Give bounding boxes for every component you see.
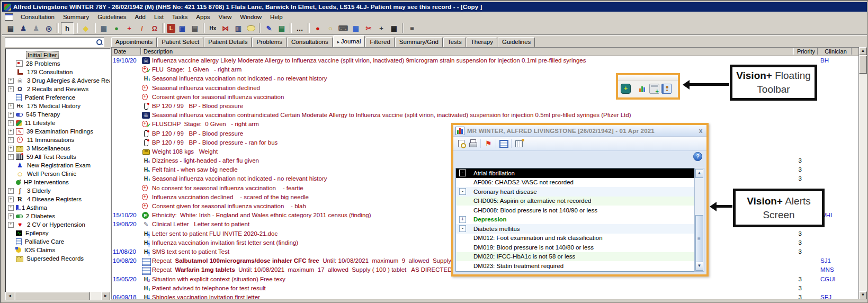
tab[interactable]: Patient Details: [204, 37, 252, 47]
sidebar-item[interactable]: New Registration Exam: [5, 161, 110, 170]
sidebar-item[interactable]: IOS Claims: [5, 246, 110, 254]
alerts-scrollbar[interactable]: ▲ ▼: [694, 168, 704, 272]
sidebar-item[interactable]: 179 Consultation: [5, 68, 110, 76]
drug-labels-icon[interactable]: L: [167, 24, 175, 33]
menu-item[interactable]: Tasks: [168, 13, 192, 21]
title-bar[interactable]: Alfred Livingstone WINTER 78Y - 26/02/19…: [2, 2, 867, 12]
copy-consultation-icon[interactable]: ▣: [176, 23, 188, 34]
expand-toggle-icon[interactable]: -: [459, 170, 466, 176]
alert-row[interactable]: DM012: Foot examination and risk classif…: [456, 234, 694, 243]
scroll-up-icon[interactable]: ▲: [859, 47, 867, 55]
sidebar-item[interactable]: + 545 Therapy: [5, 110, 110, 119]
more-icon[interactable]: …: [294, 23, 306, 34]
menu-item[interactable]: Summary: [59, 13, 93, 21]
search-icon[interactable]: [96, 39, 103, 46]
alert-row[interactable]: DM023: Statin treatment required: [456, 261, 694, 271]
scroll-thumb[interactable]: [859, 56, 867, 74]
health-promotion-icon[interactable]: ●: [111, 23, 122, 34]
menu-item[interactable]: View: [214, 13, 236, 21]
expand-toggle-icon[interactable]: +: [8, 120, 14, 126]
scroll-down-icon[interactable]: ▼: [695, 262, 703, 271]
calc-icon[interactable]: [649, 84, 659, 94]
journal-vertical-scrollbar[interactable]: ▲ ▼: [859, 47, 867, 299]
sidebar-item[interactable]: + 39 Examination Findings: [5, 127, 110, 136]
sidebar-item[interactable]: Initial Filter: [5, 51, 110, 59]
medical-history-icon[interactable]: Hx: [207, 23, 219, 34]
journal-row[interactable]: Patient advised to telephone for test re…: [112, 284, 858, 293]
open-consultation-icon[interactable]: h: [61, 22, 74, 34]
expand-toggle-icon[interactable]: +: [8, 78, 14, 84]
print-copies-icon[interactable]: ▤: [189, 23, 201, 34]
immunisation-wizard-icon[interactable]: +: [375, 23, 387, 34]
menu-item[interactable]: List: [150, 13, 168, 21]
expand-toggle-icon[interactable]: +: [8, 213, 14, 219]
alert-row[interactable]: CHD008: Blood pressure is not 140/90 or …: [456, 206, 694, 215]
sidebar-item[interactable]: Epilepsy: [5, 229, 110, 237]
child-window-icon[interactable]: [5, 13, 13, 21]
close-icon[interactable]: x: [696, 127, 705, 135]
expand-toggle-icon[interactable]: +: [8, 188, 14, 194]
tab[interactable]: Summary/Grid: [395, 37, 443, 47]
journal-row[interactable]: 19/10/20 Influenza vaccine allergy Likel…: [112, 56, 858, 65]
expand-toggle-icon[interactable]: +: [459, 216, 466, 223]
menu-item[interactable]: Consultation: [16, 13, 59, 21]
correspondence-pen-icon[interactable]: ✎: [263, 23, 275, 34]
tab[interactable]: Problems: [252, 37, 287, 47]
sidebar-item[interactable]: + 3 Miscellaneous: [5, 144, 110, 153]
scroll-thumb[interactable]: [695, 215, 703, 266]
alert-row[interactable]: + Depression: [456, 215, 694, 225]
referrals-icon[interactable]: ⋈: [220, 23, 231, 34]
help-icon[interactable]: ?: [693, 152, 702, 161]
column-clinician[interactable]: Clinician: [821, 48, 850, 55]
menu-item[interactable]: Add: [130, 13, 149, 21]
expand-toggle-icon[interactable]: -: [459, 188, 466, 195]
settings-icon[interactable]: [513, 138, 525, 149]
expand-toggle-icon[interactable]: +: [8, 112, 14, 118]
comment-balloon-icon[interactable]: ○: [325, 23, 336, 34]
comments-icon[interactable]: [245, 23, 257, 34]
sidebar-horizontal-scrollbar[interactable]: ◄ ►: [5, 292, 110, 300]
scroll-thumb[interactable]: [15, 292, 90, 300]
scroll-up-icon[interactable]: ▲: [695, 169, 703, 178]
sidebar-item[interactable]: + 2 Diabetes: [5, 212, 110, 220]
alert-row[interactable]: DM019: Blood pressure is not 140/80 or l…: [456, 243, 694, 252]
preview-icon[interactable]: [455, 138, 467, 149]
search-input[interactable]: [5, 38, 96, 46]
alert-row[interactable]: - Heart failure: [456, 271, 694, 272]
sidebar-item[interactable]: + 2 Recalls and Reviews: [5, 85, 110, 93]
sidebar-item[interactable]: + 175 Medical History: [5, 102, 110, 110]
sidebar-item[interactable]: + 1 Asthma: [5, 203, 110, 212]
scroll-right-icon[interactable]: ►: [101, 292, 110, 300]
tab[interactable]: Tests: [443, 37, 466, 47]
sidebar-item[interactable]: + 11 Immunisations: [5, 136, 110, 144]
reminders-icon[interactable]: ◆: [80, 23, 92, 34]
expand-toggle-icon[interactable]: +: [8, 137, 14, 143]
column-description[interactable]: Description: [144, 48, 173, 55]
print-labels-icon[interactable]: ▦: [388, 23, 400, 34]
tab[interactable]: Therapy: [467, 37, 497, 47]
daybook-icon[interactable]: ▤: [5, 23, 16, 34]
floating-toolbar-grab-strip[interactable]: [618, 75, 678, 81]
expand-toggle-icon[interactable]: +: [8, 103, 14, 109]
tab[interactable]: Filtered: [365, 37, 394, 47]
alerts-title-bar[interactable]: MR WINTER, ALFRED LIVINGSTONE [26/02/194…: [453, 125, 706, 137]
column-priority[interactable]: Priority: [795, 48, 817, 55]
menu-item[interactable]: Window: [236, 13, 266, 21]
alert-row[interactable]: CHD005: Aspirin or alternative not recor…: [456, 197, 694, 206]
sidebar-item[interactable]: Well Person Clinic: [5, 170, 110, 178]
grid-header[interactable]: Date Description Priority Clinician: [112, 48, 858, 56]
alert-row[interactable]: DM020: IFCC-HbA1c is not 58 or less: [456, 252, 694, 262]
patient-groups-icon[interactable]: ♟: [30, 23, 42, 34]
cut-link-icon[interactable]: ✂: [363, 23, 374, 34]
acute-prescription-icon[interactable]: /: [136, 23, 148, 34]
expand-toggle-icon[interactable]: +: [8, 197, 14, 202]
sidebar-item[interactable]: 28 Problems: [5, 59, 110, 68]
alert-balloon-icon[interactable]: ●: [312, 23, 324, 34]
print-icon[interactable]: [467, 138, 479, 149]
contacts-icon[interactable]: [661, 84, 672, 94]
reports-icon[interactable]: ≡: [406, 23, 418, 34]
alert-row[interactable]: - Atrial fibrillation: [456, 168, 694, 178]
sidebar-item[interactable]: + 59 All Test Results: [5, 153, 110, 161]
report-icon[interactable]: [498, 138, 509, 149]
tab[interactable]: Journal: [333, 35, 365, 47]
